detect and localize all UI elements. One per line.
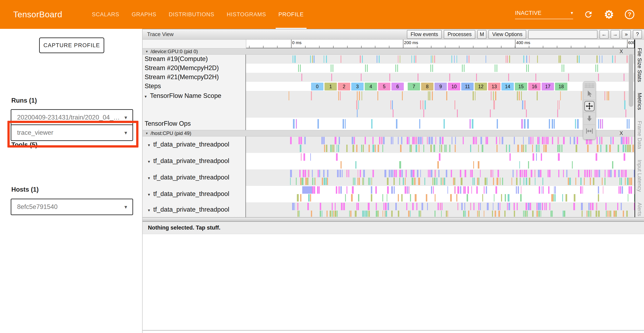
nav-tab-scalars[interactable]: SCALARS <box>89 0 122 29</box>
status-dropdown-value: INACTIVE <box>515 10 542 16</box>
step-block-7[interactable]: 7 <box>408 83 420 90</box>
trace-view-title: Trace View <box>147 31 174 38</box>
tools-dropdown[interactable]: trace_viewer ▾ <box>11 124 133 141</box>
step-block-9[interactable]: 9 <box>434 83 447 90</box>
collapse-triangle-icon[interactable]: ▾ <box>144 94 147 99</box>
hosts-dropdown[interactable]: 8efc5e791540 ▾ <box>11 199 133 215</box>
toolbar-filter-box[interactable] <box>528 30 598 39</box>
side-tab-frame-data[interactable]: Frame Data <box>636 121 643 149</box>
nav-tab-distributions[interactable]: DISTRIBUTIONS <box>166 0 217 29</box>
process-section-title: /device:GPU:0 (pid 0) <box>150 49 198 54</box>
timing-tool[interactable] <box>584 125 595 137</box>
ruler-minor-tick <box>431 46 432 48</box>
step-block-14[interactable]: 14 <box>502 83 514 90</box>
track-row[interactable]: 0123456789101112131415161718Steps <box>142 82 634 91</box>
step-block-0[interactable]: 0 <box>311 83 324 90</box>
help-icon[interactable]: ? <box>624 9 635 20</box>
nav-tab-graphs[interactable]: GRAPHS <box>129 0 159 29</box>
hosts-dropdown-value: 8efc5e791540 <box>17 203 58 210</box>
settings-gear-icon[interactable]: ⚙ <box>604 9 614 20</box>
close-section-button[interactable]: X <box>620 130 623 136</box>
side-tab-metrics[interactable]: Metrics <box>636 93 643 110</box>
step-block-18[interactable]: 18 <box>555 83 567 90</box>
step-block-13[interactable]: 13 <box>488 83 500 90</box>
toolbar-button-m[interactable]: M <box>477 30 486 39</box>
track-label: ▾tf_data_private_threadpool <box>142 136 246 153</box>
chevron-down-icon: ▾ <box>124 130 127 136</box>
nav-tab-profile[interactable]: PROFILE <box>276 0 307 29</box>
step-block-4[interactable]: 4 <box>365 83 377 90</box>
process-section-header: ▾/device:GPU:0 (pid 0)X <box>142 48 634 54</box>
ruler-minor-tick <box>585 46 585 48</box>
track-row[interactable]: ▾tf_data_private_threadpool <box>142 202 634 217</box>
vertical-scrollbar-thumb[interactable] <box>629 54 633 107</box>
step-block-16[interactable]: 16 <box>528 83 540 90</box>
collapse-triangle-icon[interactable]: ▾ <box>148 159 150 164</box>
forward-arrow-button[interactable]: → <box>611 30 620 39</box>
palette-drag-handle[interactable] <box>584 83 594 88</box>
track-label-text: tf_data_private_threadpool <box>153 174 229 181</box>
step-block-8[interactable]: 8 <box>421 83 434 90</box>
refresh-icon[interactable] <box>583 9 594 20</box>
track-label: ▾TensorFlow Name Scope <box>142 91 246 118</box>
track-row[interactable]: Stream #21(MemcpyD2H) <box>142 73 634 82</box>
step-block-10[interactable]: 10 <box>448 83 460 90</box>
ruler-minor-tick <box>501 46 502 48</box>
details-splitter-handle[interactable] <box>142 217 644 222</box>
pan-tool-active[interactable] <box>584 100 595 112</box>
ruler-minor-tick <box>347 46 348 48</box>
side-tab-input-latency[interactable]: Input Latency <box>636 160 643 192</box>
zoom-tool[interactable] <box>584 112 595 125</box>
collapse-triangle-icon[interactable]: ▾ <box>148 142 150 148</box>
step-block-12[interactable]: 12 <box>475 83 487 90</box>
process-section-title: /host:CPU (pid 49) <box>150 130 191 136</box>
step-block-2[interactable]: 2 <box>338 83 350 90</box>
step-block-3[interactable]: 3 <box>351 83 364 90</box>
step-block-11[interactable]: 11 <box>461 83 474 90</box>
step-block-5[interactable]: 5 <box>378 83 390 90</box>
select-tool[interactable] <box>584 88 595 100</box>
ruler-minor-tick <box>333 46 334 48</box>
capture-profile-button[interactable]: CAPTURE PROFILE <box>39 38 104 53</box>
hosts-label: Hosts (1) <box>11 186 39 193</box>
close-section-button[interactable]: X <box>620 48 623 54</box>
collapse-triangle-icon[interactable]: ▾ <box>146 49 148 54</box>
track-row[interactable]: ▾tf_data_private_threadpool <box>142 170 634 186</box>
track-row[interactable]: ▾TensorFlow Name Scope <box>142 91 634 118</box>
step-block-15[interactable]: 15 <box>515 83 527 90</box>
toolbar-button-processes[interactable]: Processes <box>444 30 475 39</box>
nav-tab-histograms[interactable]: HISTOGRAMS <box>224 0 269 29</box>
collapse-triangle-icon[interactable]: ▾ <box>146 131 148 136</box>
track-row[interactable]: ▾tf_data_private_threadpool <box>142 153 634 170</box>
ruler-minor-tick <box>319 46 320 48</box>
status-dropdown[interactable]: INACTIVE ▾ <box>515 10 573 19</box>
track-label-text: Steps <box>144 82 161 90</box>
side-tab-file-size-stats[interactable]: File Size Stats <box>636 48 643 82</box>
track-row[interactable]: TensorFlow Ops <box>142 118 634 130</box>
runs-label: Runs (1) <box>11 97 37 104</box>
track-row[interactable]: ▾tf_data_private_threadpool <box>142 136 634 153</box>
ruler-tick-label: 0 ms <box>291 40 302 45</box>
collapse-triangle-icon[interactable]: ▾ <box>148 176 150 180</box>
ruler-tick-label: 200 ms <box>403 40 418 45</box>
toolbar-button-view-options[interactable]: View Options <box>488 30 526 39</box>
step-block-6[interactable]: 6 <box>392 83 404 90</box>
track-label-text: tf_data_private_threadpool <box>153 190 229 198</box>
track-label: Stream #19(Compute) <box>142 54 246 64</box>
collapse-triangle-icon[interactable]: ▾ <box>148 192 150 197</box>
track-row[interactable]: ▾tf_data_private_threadpool <box>142 186 634 202</box>
step-block-17[interactable]: 17 <box>542 83 554 90</box>
toolbar-button-flow-events[interactable]: Flow events <box>407 30 442 39</box>
track-row[interactable]: Stream #19(Compute) <box>142 54 634 64</box>
back-arrow-button[interactable]: ← <box>600 30 608 39</box>
ruler-minor-tick <box>613 46 613 48</box>
collapse-triangle-icon[interactable]: ▾ <box>148 208 150 213</box>
trace-help-button[interactable]: ? <box>633 30 642 39</box>
tools-dropdown-value: trace_viewer <box>17 129 53 136</box>
trace-viewer-panel: Trace View Flow eventsProcessesMView Opt… <box>142 29 644 333</box>
step-block-1[interactable]: 1 <box>324 83 337 90</box>
track-row[interactable]: Stream #20(MemcpyH2D) <box>142 64 634 73</box>
more-chevron-button[interactable]: » <box>622 30 631 39</box>
chevron-down-icon: ▾ <box>571 10 573 16</box>
side-tab-alerts[interactable]: Alerts <box>636 202 643 216</box>
